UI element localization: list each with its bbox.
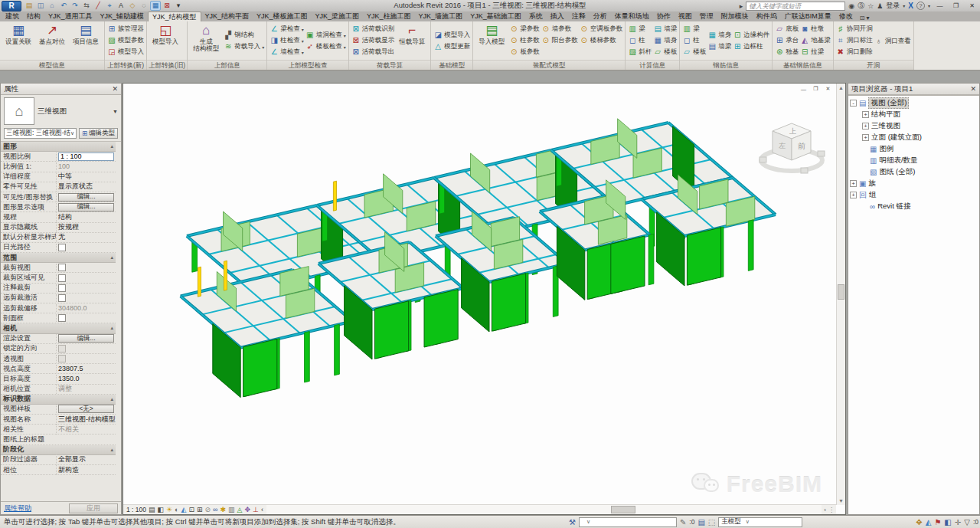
reveal-hidden-elements-icon[interactable]: ✱ xyxy=(220,506,227,514)
ribbon-button-stair-params[interactable]: ⊙楼梯参数 xyxy=(580,35,623,46)
tree-item-立面 (建筑立面)[interactable]: +立面 (建筑立面) xyxy=(848,132,979,143)
horizontal-scroll-thumb[interactable] xyxy=(611,506,635,513)
ribbon-button-rebar-slab[interactable]: ▱楼板 xyxy=(682,47,706,57)
tab-YJK_楼板施工图[interactable]: YJK_楼板施工图 xyxy=(253,11,312,21)
tab-系统[interactable]: 系统 xyxy=(525,11,547,21)
type-selector[interactable]: ⌂ 三维视图 ▼ xyxy=(1,95,121,127)
ribbon-button-ground-beam[interactable]: ◭地基梁 xyxy=(800,35,831,46)
search-expand-icon[interactable]: ▸ xyxy=(740,2,743,10)
beam-check-dropdown-icon[interactable]: ▾ xyxy=(302,27,304,32)
select-pinned-icon[interactable]: ⚑ xyxy=(934,518,941,526)
active-workset-combo[interactable]: ∨ xyxy=(579,517,677,527)
thin-lines-icon[interactable]: ▦ xyxy=(150,1,161,11)
ribbon-collapse-icon[interactable]: ⊡ ▾ xyxy=(860,15,870,21)
tree-item-明细表/数量[interactable]: ▥明细表/数量 xyxy=(848,155,979,166)
property-value[interactable]: 1350.0 xyxy=(56,375,116,382)
ribbon-button-collab-opening[interactable]: ♯协同开洞 xyxy=(836,24,873,34)
expand-icon[interactable]: + xyxy=(862,134,869,141)
ribbon-button-slab-params[interactable]: ⊙板参数 xyxy=(509,47,540,57)
tab-YJK_柱施工图[interactable]: YJK_柱施工图 xyxy=(363,11,415,21)
ribbon-button-opening-delete[interactable]: ✖洞口删除 xyxy=(836,47,873,57)
ribbon-button-opening-view[interactable]: ♁洞口查看 xyxy=(874,36,911,47)
vertical-scrollbar[interactable]: ▲ ▼ xyxy=(836,84,845,505)
ribbon-button-live-load-identify[interactable]: ⊠活荷载识别 xyxy=(351,24,395,34)
ribbon-button-opening-tag[interactable]: ⌗洞口标注 xyxy=(836,35,873,46)
switch-windows-icon[interactable]: ▾ xyxy=(173,1,184,11)
properties-close-icon[interactable]: ✕ xyxy=(112,85,118,93)
tree-item-视图 (全部)[interactable]: -▤视图 (全部) xyxy=(848,97,979,109)
selection-filter-icon[interactable]: ▽ xyxy=(964,518,970,526)
ribbon-button-family-manager[interactable]: ⊞族管理器 xyxy=(107,24,144,34)
property-checkbox[interactable] xyxy=(58,314,66,322)
section-collapse-icon[interactable]: ▴ xyxy=(110,143,113,149)
drawing-area[interactable]: — ❐ ✕ 上 左 前 xyxy=(122,83,846,515)
view-cube[interactable]: 上 左 前 xyxy=(755,113,828,179)
resize-grip[interactable]: ⋮ xyxy=(828,507,836,513)
tab-注释[interactable]: 注释 xyxy=(568,11,590,21)
property-section-标识数据[interactable]: 标识数据▴ xyxy=(1,395,116,405)
select-links-icon[interactable]: ✥ xyxy=(916,518,922,526)
ribbon-button-live-load-display[interactable]: ⊠活荷载显示 xyxy=(351,35,395,46)
ribbon-button-load-import[interactable]: ≋荷载导入▾ xyxy=(224,41,264,52)
close-button[interactable]: ✕ xyxy=(965,2,978,11)
tab-建筑[interactable]: 建筑 xyxy=(2,11,23,21)
tab-结构[interactable]: 结构 xyxy=(23,11,44,21)
design-options-icon[interactable]: ▤ xyxy=(697,518,704,526)
ribbon-button-live-load-export[interactable]: ⊠活荷载导出 xyxy=(351,47,395,57)
ribbon-button-tie-beam[interactable]: ⊟拉梁 xyxy=(800,47,831,57)
ribbon-button-beam-params[interactable]: ⊙梁参数 xyxy=(509,24,540,34)
ribbon-button-rebar-wall-body[interactable]: ▦墙身 xyxy=(707,30,731,41)
section-collapse-icon[interactable]: ▴ xyxy=(110,325,113,331)
edit-type-button[interactable]: ⊞ 编辑类型 xyxy=(79,128,118,139)
tab-视图[interactable]: 视图 xyxy=(675,11,696,21)
undo-icon[interactable]: ↶ xyxy=(58,1,69,11)
edit-button[interactable]: <无> xyxy=(58,405,114,413)
property-value[interactable]: 按规程 xyxy=(56,222,116,232)
combo-dropdown-icon[interactable]: ∨ xyxy=(70,130,74,136)
view-scale-input[interactable] xyxy=(58,152,114,161)
save-icon[interactable]: ◫ xyxy=(35,1,46,11)
minimize-button[interactable]: — xyxy=(933,2,946,11)
search-input[interactable]: 键入关键字或短语 xyxy=(746,2,845,11)
ribbon-button-model-import[interactable]: ◲模型导入 xyxy=(107,47,144,57)
application-menu-button[interactable]: R xyxy=(2,1,21,11)
ribbon-button-foundation-model-update[interactable]: △模型更新 xyxy=(433,41,470,52)
tab-管理[interactable]: 管理 xyxy=(696,11,717,21)
slab-check-dropdown-icon[interactable]: ▾ xyxy=(344,44,346,50)
properties-scrollbar[interactable] xyxy=(116,142,121,501)
print-icon[interactable]: ⇆ xyxy=(81,1,92,11)
property-checkbox[interactable] xyxy=(58,244,66,251)
type-selector-dropdown-icon[interactable]: ▼ xyxy=(113,109,118,114)
property-checkbox[interactable] xyxy=(58,264,66,271)
help-icon[interactable]: ? xyxy=(916,2,925,10)
ribbon-button-generate-structural-model[interactable]: ⌂生成结构模型 xyxy=(190,23,222,60)
reveal-constraints-icon[interactable]: ⊥ xyxy=(253,506,259,514)
property-value[interactable]: 全部显示 xyxy=(56,454,116,464)
expand-icon[interactable]: + xyxy=(862,111,869,118)
property-checkbox[interactable] xyxy=(58,274,66,282)
column-check-dropdown-icon[interactable]: ▾ xyxy=(302,38,304,44)
help-dropdown-icon[interactable]: ▾ xyxy=(928,3,930,8)
dimension-icon[interactable]: ⌖ xyxy=(104,1,115,11)
communication-center-icon[interactable]: Ⓢ xyxy=(858,1,864,11)
ribbon-button-independent-footing[interactable]: ⊛独基 xyxy=(775,47,799,57)
ribbon-button-set-association[interactable]: ▦设置关联 xyxy=(2,23,34,60)
property-section-图形[interactable]: 图形▴ xyxy=(1,142,116,152)
drag-on-selection-icon[interactable]: ✛ xyxy=(955,518,961,526)
rendering-dialog-icon[interactable]: ◭ xyxy=(181,506,187,514)
tree-item-Revit 链接[interactable]: ∞Revit 链接 xyxy=(848,201,979,212)
tab-YJK_基础施工图[interactable]: YJK_基础施工图 xyxy=(466,11,525,21)
unlocked-view-icon[interactable]: ⊘ xyxy=(205,506,211,514)
tab-插入[interactable]: 插入 xyxy=(547,11,568,21)
ribbon-button-column-check[interactable]: ◨柱检查▾ xyxy=(270,35,304,46)
close-hidden-icon[interactable]: ⊠ xyxy=(162,1,172,11)
load-import-dropdown-icon[interactable]: ▾ xyxy=(262,44,264,50)
ribbon-button-steel-structure[interactable]: ▞钢结构 xyxy=(224,30,264,41)
element-filter-combo[interactable]: 三维视图: 三维视图-结 ∨ xyxy=(4,128,77,139)
search-icon[interactable]: ◉ xyxy=(848,2,854,10)
open-icon[interactable]: ▤ xyxy=(24,1,34,11)
crop-view-icon[interactable]: ⊡ xyxy=(188,506,194,514)
show-crop-region-icon[interactable]: ⊞ xyxy=(197,506,203,514)
select-by-face-icon[interactable]: ◧ xyxy=(944,518,951,526)
temporary-view-properties-icon[interactable]: ▥ xyxy=(228,506,235,514)
